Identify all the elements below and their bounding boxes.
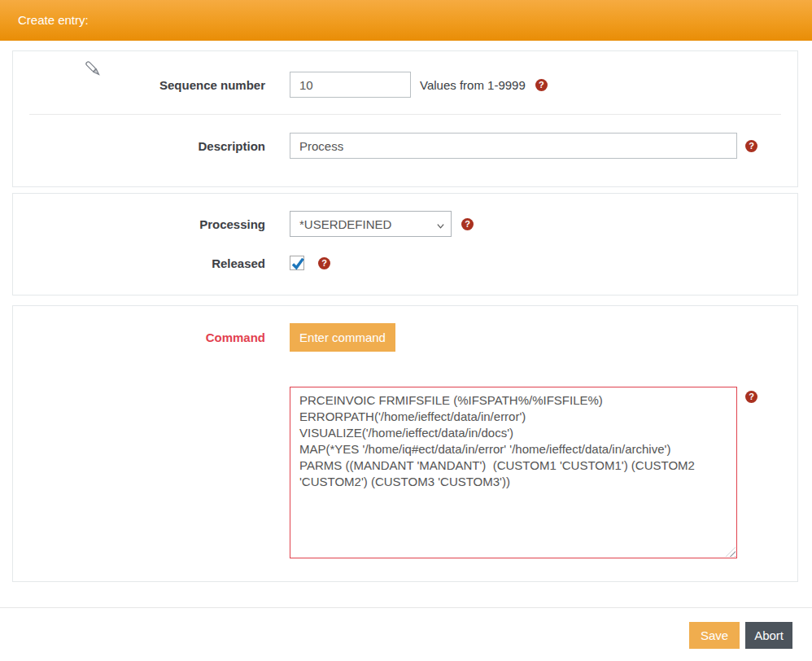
released-checkbox[interactable] [290, 256, 304, 270]
command-button-row: Command Enter command [13, 323, 797, 352]
command-help-icon[interactable]: ? [745, 391, 757, 403]
save-button[interactable]: Save [689, 622, 740, 649]
footer-divider [0, 607, 812, 608]
released-help-icon[interactable]: ? [318, 257, 330, 269]
panel-divider [29, 114, 781, 115]
processing-select[interactable]: *USERDEFINED [290, 211, 452, 237]
panel-processing: Processing *USERDEFINED ? Released ? [12, 193, 798, 295]
processing-label: Processing [13, 217, 265, 231]
sequence-hint: Values from 1-9999 [420, 78, 526, 92]
command-label: Command [13, 330, 265, 344]
processing-help-icon[interactable]: ? [461, 218, 474, 230]
abort-button[interactable]: Abort [745, 622, 792, 649]
footer-buttons: Save Abort [689, 622, 792, 649]
processing-row: Processing *USERDEFINED ? [13, 211, 797, 237]
sequence-help-icon[interactable]: ? [535, 79, 548, 91]
panel-command: Command Enter command PRCEINVOIC FRMIFSF… [12, 305, 798, 582]
enter-command-button[interactable]: Enter command [290, 323, 395, 352]
description-input[interactable] [290, 133, 737, 159]
released-row: Released ? [13, 254, 797, 272]
command-textarea-row: PRCEINVOIC FRMIFSFILE (%IFSPATH%/%IFSFIL… [13, 387, 797, 558]
page-title: Create entry: [0, 0, 89, 41]
description-label: Description [13, 139, 265, 153]
description-help-icon[interactable]: ? [745, 140, 757, 152]
command-textarea[interactable]: PRCEINVOIC FRMIFSFILE (%IFSPATH%/%IFSFIL… [290, 387, 737, 558]
sequence-label: Sequence number [13, 78, 265, 92]
panel-general: Sequence number Values from 1-9999 ? Des… [12, 50, 798, 187]
released-label: Released [13, 256, 265, 270]
check-icon [290, 256, 305, 271]
sequence-row: Sequence number Values from 1-9999 ? [13, 72, 797, 98]
sequence-input[interactable] [290, 72, 411, 98]
page-header: Create entry: [0, 0, 812, 41]
description-row: Description ? [13, 133, 797, 159]
